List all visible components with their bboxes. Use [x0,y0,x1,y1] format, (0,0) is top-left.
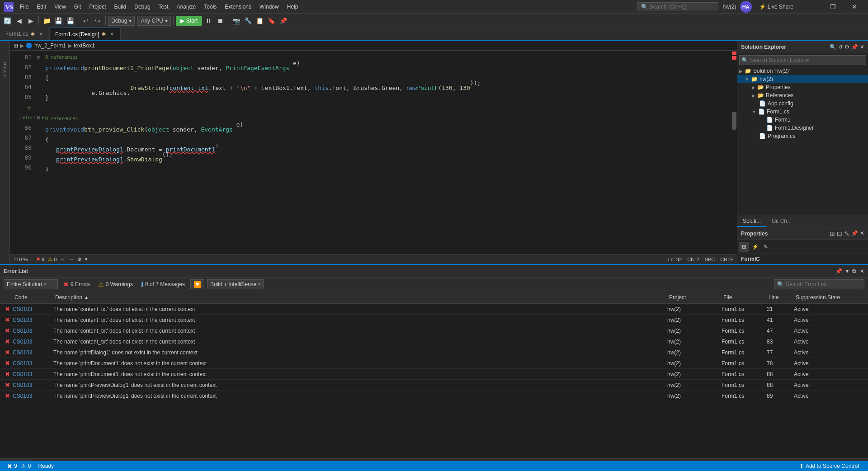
tree-item-references[interactable]: ▶ 📂 References [737,91,868,99]
back-btn[interactable]: ◀ [14,15,24,26]
nav-more[interactable]: ⊕ [77,256,81,262]
toolbar-btn-5[interactable]: ⏸ [203,15,214,26]
tree-item-properties[interactable]: ▶ 📂 Properties [737,83,868,91]
editor-scrollbar[interactable] [731,51,737,254]
nav-back[interactable]: ← [60,257,65,262]
table-row-2[interactable]: ✖ CS0103 The name 'content_txt' does not… [0,325,868,336]
col-project[interactable]: Project [667,294,722,301]
scrollbar-thumb[interactable] [732,112,736,130]
prop-view-btn-3[interactable]: ✎ [761,242,771,252]
toolbox-icon[interactable]: Toolbox [2,42,8,79]
col-description[interactable]: Description ▲ [53,294,667,301]
header-dropdown-icon[interactable]: ▾ [846,268,849,274]
table-row-1[interactable]: ✖ CS0103 The name 'content_txt' does not… [0,315,868,325]
menu-git[interactable]: Git [71,3,85,11]
save-all-btn[interactable]: 💾 [65,15,75,26]
table-row-7[interactable]: ✖ CS0103 The name 'printPreviewDialog1' … [0,380,868,391]
add-source-control-button[interactable]: ⬆ Add to Source Control [794,461,864,471]
tree-item-appconfig[interactable]: 📄 App.config [737,99,868,108]
prop-pin-icon[interactable]: 📌 [851,230,858,237]
table-row-4[interactable]: ✖ CS0103 The name 'printDialog1' does no… [0,347,868,358]
menu-file[interactable]: File [16,3,32,11]
live-share-button[interactable]: ⚡ Live Share [755,3,797,11]
solution-search-input[interactable] [750,57,864,63]
tree-item-program[interactable]: 📄 Program.cs [737,132,868,140]
zoom-level[interactable]: 110 % [14,257,28,262]
tab-form1cs-design[interactable]: Form1.cs [Design] ✱ ✕ [50,28,121,40]
redo-btn[interactable]: ↪ [92,15,103,26]
table-row-8[interactable]: ✖ CS0103 The name 'printPreviewDialog1' … [0,391,868,401]
breadcrumb-project[interactable]: ⊞ [14,42,18,49]
global-search[interactable]: 🔍 [637,2,718,11]
tree-item-hw2[interactable]: ▼ 📁 hw(2) [737,75,868,83]
toolbar-btn-11[interactable]: 📌 [278,15,288,26]
menu-extensions[interactable]: Extensions [221,3,255,11]
menu-window[interactable]: Window [256,3,283,11]
start-button[interactable]: ▶ Start [176,16,202,26]
search-error-input[interactable] [786,281,858,287]
scope-dropdown[interactable]: Entire Solution ▾ [4,279,58,289]
config-dropdown[interactable]: Debug ▾ [108,16,135,26]
table-row-5[interactable]: ✖ CS0103 The name 'printDocument1' does … [0,358,868,369]
toolbar-btn-10[interactable]: 🔖 [266,15,277,26]
menu-analyze[interactable]: Analyze [173,3,200,11]
restore-button[interactable]: ❐ [823,0,843,14]
tree-item-form1sub2[interactable]: 📄 Form1.Designer [737,124,868,132]
tree-item-solution[interactable]: ▶ 📁 Solution 'hw(2)' [737,67,868,75]
breadcrumb-member[interactable]: textBox1 [74,42,95,49]
menu-test[interactable]: Test [155,3,172,11]
table-row-3[interactable]: ✖ CS0103 The name 'content_txt' does not… [0,336,868,347]
code-area[interactable]: 0 references private void printDocument1… [42,51,731,254]
fold-86[interactable]: ⊟ [35,112,42,122]
toolbar-btn-9[interactable]: 📋 [254,15,265,26]
toolbar-btn-7[interactable]: 📷 [231,15,241,26]
intellisense-dropdown[interactable]: Build + IntelliSense ▾ [207,279,264,289]
code-editor[interactable]: 81 82 83 84 85 0 references 86 87 88 89 … [10,51,737,254]
tab-close-0[interactable]: ✕ [38,31,44,37]
sol-tab-solution[interactable]: Soluti... [737,216,766,227]
col-code[interactable]: Code [13,294,53,301]
messages-badge[interactable]: ℹ 0 of 7 Messages [138,280,188,289]
prop-icon-1[interactable]: ⊞ [830,230,835,237]
tab-form1cs[interactable]: Form1.cs ✱ ✕ [0,28,50,40]
toolbar-btn-8[interactable]: 🔧 [242,15,253,26]
tab-close-1[interactable]: ✕ [108,31,115,38]
minimize-button[interactable]: ─ [802,0,822,14]
sol-refresh-icon[interactable]: ↺ [838,44,843,50]
tree-item-form1[interactable]: ▼ 📄 Form1.cs [737,108,868,116]
menu-tools[interactable]: Tools [200,3,220,11]
search-input[interactable] [650,4,708,10]
menu-debug[interactable]: Debug [131,3,154,11]
sol-search-icon[interactable]: 🔍 [830,44,836,50]
prop-close-icon[interactable]: ✕ [860,230,864,237]
prop-icon-3[interactable]: ✎ [844,230,849,237]
forward-btn[interactable]: ▶ [25,15,36,26]
prop-icon-2[interactable]: ⊟ [837,230,842,237]
nav-forward[interactable]: → [69,257,74,262]
col-file[interactable]: File [722,294,767,301]
menu-view[interactable]: View [51,3,70,11]
tree-item-form1sub1[interactable]: 📄 Form1 [737,116,868,124]
new-file-btn[interactable]: 🔄 [2,15,13,26]
errors-badge[interactable]: ✖ 9 Errors [61,280,93,289]
menu-build[interactable]: Build [111,3,130,11]
menu-project[interactable]: Project [85,3,109,11]
menu-help[interactable]: Help [283,3,302,11]
fold-81[interactable]: ⊟ [35,52,42,62]
sol-pin-icon[interactable]: 📌 [851,44,858,50]
platform-dropdown[interactable]: Any CPU ▾ [137,16,170,26]
undo-btn[interactable]: ↩ [80,15,91,26]
header-float-icon[interactable]: ⧉ [852,268,856,274]
close-button[interactable]: ✕ [844,0,864,14]
col-state[interactable]: Suppression State [794,294,866,301]
nav-dropdown[interactable]: ▾ [85,256,88,262]
breadcrumb-project-name[interactable]: hw_2_Form1 [34,42,66,49]
menu-edit[interactable]: Edit [33,3,50,11]
prop-view-btn-1[interactable]: ⊞ [739,242,749,252]
save-btn[interactable]: 💾 [53,15,64,26]
table-row-0[interactable]: ✖ CS0103 The name 'content_txt' does not… [0,304,868,315]
prop-view-btn-2[interactable]: ⚡ [750,242,760,252]
toolbar-btn-6[interactable]: ⏹ [215,15,226,26]
sol-tab-git[interactable]: Git Ch... [766,216,797,227]
filter-button[interactable]: 🔽 [190,279,204,289]
